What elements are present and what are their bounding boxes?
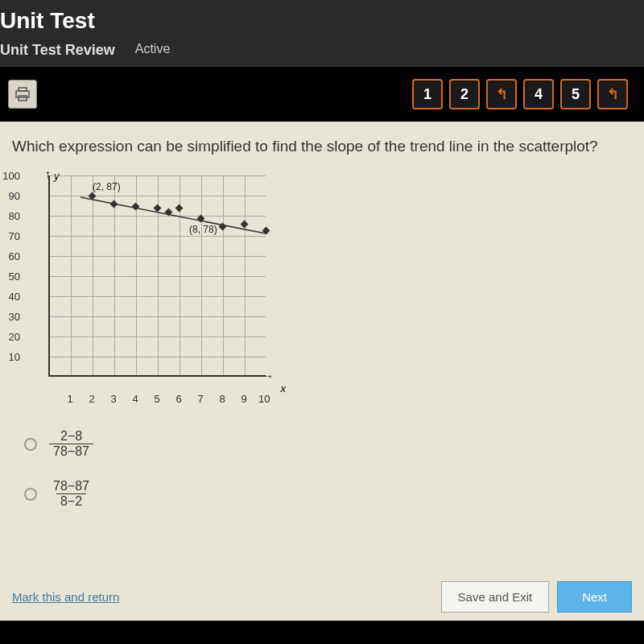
radio-a[interactable] — [24, 438, 37, 451]
content-area: Which expression can be simplified to fi… — [0, 122, 644, 621]
nav-btn-5[interactable]: 5 — [560, 79, 591, 109]
x-axis-label: x — [281, 382, 287, 394]
nav-btn-back-1[interactable]: ↰ — [486, 79, 517, 109]
radio-b[interactable] — [24, 488, 37, 501]
point-label-2: (8, 78) — [189, 224, 217, 235]
nav-btn-back-2[interactable]: ↰ — [597, 79, 628, 109]
subtitle: Unit Test Review — [0, 42, 115, 59]
subtitle-row: Unit Test Review Active — [0, 38, 644, 67]
fraction-a: 2−8 78−87 — [49, 429, 93, 459]
mark-return-link[interactable]: Mark this and return — [12, 590, 119, 604]
header: Unit Test Unit Test Review Active — [0, 0, 644, 67]
footer-buttons: Save and Exit Next — [441, 581, 632, 613]
next-button[interactable]: Next — [557, 581, 632, 613]
nav-buttons: 1 2 ↰ 4 5 ↰ — [412, 79, 636, 109]
print-button[interactable] — [8, 80, 37, 109]
fraction-b: 78−87 8−2 — [49, 479, 93, 509]
question-text: Which expression can be simplified to fi… — [12, 138, 632, 155]
point-label-1: (2, 87) — [93, 181, 121, 192]
print-icon — [14, 87, 31, 101]
toolbar: 1 2 ↰ 4 5 ↰ — [0, 67, 644, 122]
footer: Mark this and return Save and Exit Next — [12, 581, 632, 613]
option-a[interactable]: 2−8 78−87 — [24, 429, 632, 459]
page-title: Unit Test — [0, 8, 644, 38]
svg-rect-2 — [19, 96, 27, 101]
nav-btn-2[interactable]: 2 — [449, 79, 480, 109]
nav-btn-4[interactable]: 4 — [523, 79, 554, 109]
scatterplot-chart: ↑ y 100 90 80 70 60 50 40 30 20 10 1 2 3… — [20, 171, 302, 405]
answer-options: 2−8 78−87 78−87 8−2 — [24, 429, 632, 509]
x-axis-arrow-icon: → — [262, 369, 274, 382]
option-b[interactable]: 78−87 8−2 — [24, 479, 632, 509]
active-label: Active — [135, 42, 171, 59]
nav-btn-1[interactable]: 1 — [412, 79, 443, 109]
save-exit-button[interactable]: Save and Exit — [441, 581, 550, 613]
